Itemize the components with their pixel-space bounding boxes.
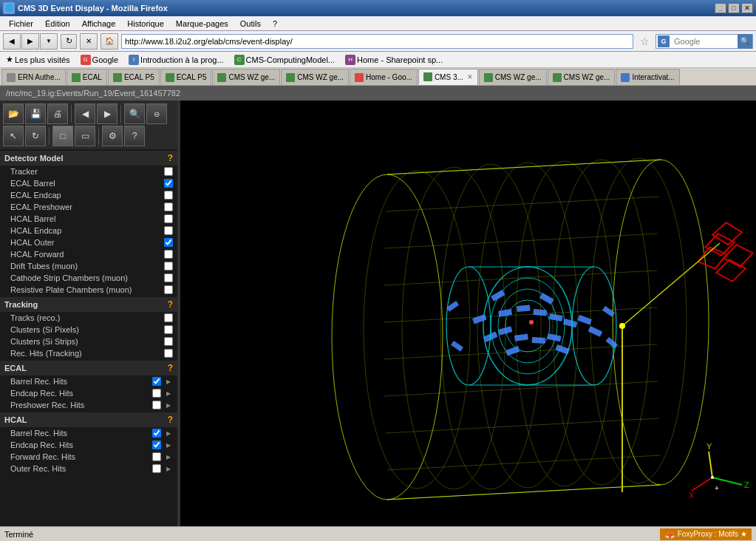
help-button[interactable]: ?: [124, 126, 145, 146]
bookmark-google[interactable]: G Google: [78, 53, 121, 67]
maximize-button[interactable]: □: [728, 3, 740, 13]
tab-cms-wz-1[interactable]: CMS WZ ge...: [212, 69, 280, 85]
close-button[interactable]: ✕: [741, 3, 753, 13]
bookmark-cms-computing[interactable]: C CMS-ComputingModel...: [231, 53, 338, 67]
config-button[interactable]: ⚙: [102, 126, 123, 146]
address-input[interactable]: [121, 34, 633, 49]
minimize-button[interactable]: _: [715, 3, 726, 13]
clusters-si-strips-checkbox[interactable]: [164, 337, 173, 346]
tab-ern-authe[interactable]: ERN Authe...: [1, 69, 66, 85]
save-button[interactable]: 💾: [25, 103, 46, 124]
resistive-plate-checkbox[interactable]: [164, 285, 173, 294]
menu-affichage[interactable]: Affichage: [76, 16, 122, 30]
hcal-endcap-rec-hits-checkbox[interactable]: [152, 440, 161, 449]
ecal-endcap-label[interactable]: ECAL Endcap: [10, 191, 161, 200]
hcal-forward-label[interactable]: HCAL Forward: [10, 250, 161, 259]
rotate-button[interactable]: ↻: [25, 126, 46, 146]
resistive-plate-label[interactable]: Resistive Plate Chambers (muon): [10, 285, 161, 294]
hcal-forward-rec-hits-label[interactable]: Forward Rec. Hits: [10, 452, 149, 461]
endcap-rec-hits-expand[interactable]: ▶: [164, 389, 173, 398]
hcal-endcap-rec-hits-expand[interactable]: ▶: [164, 440, 173, 449]
tracker-checkbox[interactable]: [164, 167, 173, 176]
ecal-endcap-checkbox[interactable]: [164, 191, 173, 200]
hcal-outer-rec-hits-label[interactable]: Outer Rec. Hits: [10, 464, 149, 473]
tab-ecal[interactable]: ECAL: [67, 69, 107, 85]
rec-hits-tracking-label[interactable]: Rec. Hits (Tracking): [10, 349, 161, 358]
hcal-forward-rec-hits-checkbox[interactable]: [152, 452, 161, 461]
rec-hits-tracking-checkbox[interactable]: [164, 349, 173, 358]
select-button[interactable]: ↖: [3, 126, 24, 146]
hcal-outer-label[interactable]: HCAL Outer: [10, 238, 161, 247]
endcap-rec-hits-label[interactable]: Endcap Rec. Hits: [10, 389, 149, 398]
barrel-rec-hits-checkbox[interactable]: [152, 377, 161, 386]
preshower-rec-hits-label[interactable]: Preshower Rec. Hits: [10, 401, 149, 409]
open-folder-button[interactable]: 📂: [3, 103, 24, 124]
tab-cms-3d[interactable]: CMS 3... ✕: [418, 69, 478, 85]
preshower-rec-hits-expand[interactable]: ▶: [164, 401, 173, 409]
home-button[interactable]: 🏠: [101, 33, 118, 50]
tab-cms-wz-3[interactable]: CMS WZ ge...: [479, 69, 547, 85]
clusters-si-strips-label[interactable]: Clusters (Si Strips): [10, 337, 161, 346]
zoom-out-button[interactable]: ⊖: [146, 103, 167, 124]
hcal-endcap-checkbox[interactable]: [164, 226, 173, 235]
tab-interactivat[interactable]: Interactivat...: [616, 69, 679, 85]
hcal-forward-rec-hits-expand[interactable]: ▶: [164, 452, 173, 461]
tab-ecal-p5-2[interactable]: ECAL P5: [160, 69, 212, 85]
ecal-barrel-label[interactable]: ECAL Barrel: [10, 179, 161, 188]
tab-close-icon[interactable]: ✕: [467, 73, 473, 81]
prev-button[interactable]: ◀: [75, 103, 95, 124]
ecal-preshower-label[interactable]: ECAL Preshower: [10, 203, 161, 211]
hcal-barrel-checkbox[interactable]: [164, 214, 173, 223]
menu-fichier[interactable]: Fichier: [3, 16, 39, 30]
drift-tubes-checkbox[interactable]: [164, 262, 173, 270]
hcal-barrel-rec-hits-checkbox[interactable]: [152, 429, 161, 438]
search-input[interactable]: [671, 37, 738, 46]
ecal-preshower-checkbox[interactable]: [164, 203, 173, 211]
tab-cms-wz-4[interactable]: CMS WZ ge...: [548, 69, 616, 85]
2d-view-button[interactable]: ▭: [75, 126, 95, 146]
bookmark-home-sharepoint[interactable]: H Home - Sharepoint sp...: [342, 53, 446, 67]
tab-home-goo[interactable]: Home - Goo...: [350, 69, 418, 85]
hcal-outer-rec-hits-checkbox[interactable]: [152, 464, 161, 473]
back-button[interactable]: ◀: [3, 33, 21, 50]
3d-view[interactable]: Z Y X +: [180, 101, 756, 526]
tracking-help[interactable]: ?: [168, 299, 173, 310]
barrel-rec-hits-expand[interactable]: ▶: [164, 377, 173, 386]
hcal-forward-checkbox[interactable]: [164, 250, 173, 259]
clusters-si-pixels-checkbox[interactable]: [164, 325, 173, 334]
refresh-button[interactable]: ↻: [61, 34, 77, 49]
settings-button[interactable]: 🖨: [47, 103, 68, 124]
tracks-reco-label[interactable]: Tracks (reco.): [10, 313, 161, 322]
preshower-rec-hits-checkbox[interactable]: [152, 401, 161, 409]
cathode-strip-label[interactable]: Cathode Strip Chambers (muon): [10, 273, 161, 282]
hcal-barrel-rec-hits-label[interactable]: Barrel Rec. Hits: [10, 429, 149, 438]
bookmark-star[interactable]: ☆: [636, 34, 653, 49]
3d-view-button[interactable]: □: [52, 126, 73, 146]
hcal-outer-checkbox[interactable]: [164, 238, 173, 247]
bookmark-intro[interactable]: I Introduction à la prog...: [126, 53, 227, 67]
tab-cms-wz-2[interactable]: CMS WZ ge...: [281, 69, 349, 85]
back-dropdown[interactable]: ▼: [40, 33, 58, 50]
hcal-endcap-rec-hits-label[interactable]: Endcap Rec. Hits: [10, 440, 149, 449]
ecal-help[interactable]: ?: [168, 363, 173, 373]
zoom-in-button[interactable]: 🔍: [124, 103, 145, 124]
endcap-rec-hits-checkbox[interactable]: [152, 389, 161, 398]
barrel-rec-hits-label[interactable]: Barrel Rec. Hits: [10, 377, 149, 386]
detector-model-help[interactable]: ?: [168, 153, 173, 163]
foxproxy-badge[interactable]: 🦊 FoxyProxy : Motifs ★: [660, 528, 752, 540]
hcal-barrel-rec-hits-expand[interactable]: ▶: [164, 429, 173, 438]
cathode-strip-checkbox[interactable]: [164, 273, 173, 282]
clusters-si-pixels-label[interactable]: Clusters (Si Pixels): [10, 325, 161, 334]
menu-edition[interactable]: Édition: [39, 16, 76, 30]
menu-marque-pages[interactable]: Marque-pages: [170, 16, 234, 30]
stop-button[interactable]: ✕: [80, 33, 98, 50]
menu-help[interactable]: ?: [267, 16, 283, 30]
hcal-help[interactable]: ?: [168, 415, 173, 425]
tab-ecal-p5-1[interactable]: ECAL P5: [108, 69, 160, 85]
menu-outils[interactable]: Outils: [234, 16, 267, 30]
menu-historique[interactable]: Historique: [121, 16, 170, 30]
hcal-outer-rec-hits-expand[interactable]: ▶: [164, 464, 173, 473]
tracker-label[interactable]: Tracker: [10, 167, 161, 176]
next-button[interactable]: ▶: [97, 103, 118, 124]
ecal-barrel-checkbox[interactable]: [164, 179, 173, 188]
